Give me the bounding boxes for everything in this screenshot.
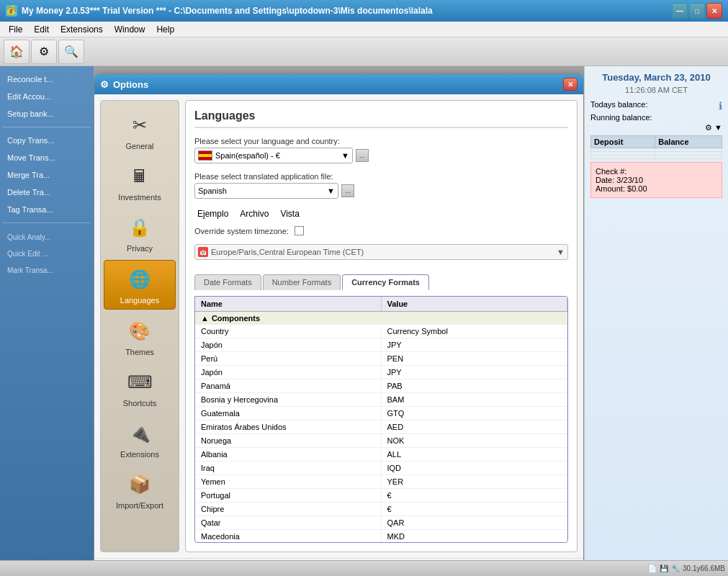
table-header-value: Value bbox=[382, 297, 568, 311]
language-select[interactable]: Spain(español) - € ▼ bbox=[194, 148, 353, 163]
table-row[interactable]: Panamá PAB bbox=[195, 379, 567, 393]
group-label: Components bbox=[212, 314, 260, 323]
minimize-button[interactable]: — bbox=[672, 3, 688, 19]
timezone-checkbox[interactable] bbox=[295, 226, 304, 235]
sidebar-item-setup-bank[interactable]: Setup bank... bbox=[3, 107, 91, 121]
dialog-overlay: ⚙ Options ✕ ✂ General 🖩 Investmen bbox=[94, 66, 584, 576]
menu-ejemplo[interactable]: Ejemplo bbox=[197, 209, 228, 219]
table-row[interactable]: Guatemala GTQ bbox=[195, 407, 567, 420]
cell-value: Currency Symbol bbox=[382, 325, 568, 338]
sidebar-item-copy-trans[interactable]: Copy Trans... bbox=[3, 133, 91, 148]
table-row[interactable]: Emiratos Árabes Unidos AED bbox=[195, 420, 567, 434]
sidebar-item-delete-trans[interactable]: Delete Tra... bbox=[3, 185, 91, 199]
table-row[interactable]: Portugal € bbox=[195, 489, 567, 503]
sidebar-section-mark-trans[interactable]: Mark Transa... bbox=[3, 265, 91, 276]
close-button[interactable]: ✕ bbox=[706, 3, 722, 19]
window-controls: — □ ✕ bbox=[672, 3, 722, 19]
info-icon[interactable]: ℹ bbox=[719, 100, 722, 112]
table-row[interactable]: Albania ALL bbox=[195, 448, 567, 462]
cell-name: Qatar bbox=[195, 516, 382, 529]
extensions-icon: 🔌 bbox=[125, 419, 154, 448]
file-browse-btn[interactable]: … bbox=[341, 184, 354, 197]
status-icon-3[interactable]: 🔧 bbox=[671, 564, 680, 572]
table-row[interactable]: Chipre € bbox=[195, 503, 567, 516]
toolbar-btn-2[interactable]: ⚙ bbox=[31, 40, 57, 64]
options-dialog: ⚙ Options ✕ ✂ General 🖩 Investmen bbox=[94, 73, 584, 576]
sidebar-item-tag-trans[interactable]: Tag Transa... bbox=[3, 202, 91, 217]
sidebar-item-reconcile[interactable]: Reconcile t... bbox=[3, 72, 91, 86]
window-title: My Money 2.0.53*** Trial Version *** - C… bbox=[22, 6, 672, 16]
status-size: 30.1y66.6MB bbox=[683, 564, 725, 572]
cell-value: BAM bbox=[382, 393, 568, 406]
nav-item-general[interactable]: ✂ General bbox=[104, 107, 176, 155]
menu-extensions[interactable]: Extensions bbox=[55, 23, 109, 36]
col-balance: Balance bbox=[655, 136, 722, 148]
language-prompt: Please select your language and country: bbox=[194, 137, 568, 145]
nav-item-shortcuts[interactable]: ⌨ Shortcuts bbox=[104, 364, 176, 412]
cell-value: QAR bbox=[382, 516, 568, 529]
cell-value: YER bbox=[382, 475, 568, 488]
table-row[interactable]: Yemen YER bbox=[195, 475, 567, 489]
nav-item-themes[interactable]: 🎨 Themes bbox=[104, 312, 176, 361]
dialog-titlebar: ⚙ Options ✕ bbox=[94, 74, 583, 94]
content-area: ⚙ Options ✕ ✂ General 🖩 Investmen bbox=[94, 66, 584, 576]
table-row[interactable]: Perú PEN bbox=[195, 352, 567, 366]
sidebar-item-merge-trans[interactable]: Merge Tra... bbox=[3, 168, 91, 182]
nav-item-importexport[interactable]: 📦 Import/Export bbox=[104, 466, 176, 514]
menu-vista[interactable]: Vista bbox=[280, 209, 299, 219]
language-browse-btn[interactable]: … bbox=[356, 149, 369, 162]
sidebar-item-move-trans[interactable]: Move Trans... bbox=[3, 150, 91, 165]
nav-item-extensions[interactable]: 🔌 Extensions bbox=[104, 415, 176, 463]
nav-label-investments: Investments bbox=[118, 193, 161, 202]
table-row[interactable]: Iraq IQD bbox=[195, 462, 567, 475]
format-tabs: Date Formats Number Formats Currency For… bbox=[194, 274, 568, 290]
language-value: Spain(español) - € bbox=[215, 151, 280, 160]
table-row[interactable]: Japón JPY bbox=[195, 366, 567, 379]
toolbar-btn-1[interactable]: 🏠 bbox=[4, 40, 30, 64]
table-row[interactable]: Macedonia MKD bbox=[195, 530, 567, 542]
tab-number-formats[interactable]: Number Formats bbox=[263, 274, 341, 290]
status-icon-2[interactable]: 💾 bbox=[660, 564, 668, 572]
status-icon-1[interactable]: 📄 bbox=[648, 564, 657, 572]
investments-icon: 🖩 bbox=[125, 162, 154, 191]
table-scroll[interactable]: ▲ Components Country Currency Symbol Jap… bbox=[195, 312, 567, 542]
cell-name: Japón bbox=[195, 338, 382, 351]
timezone-select[interactable]: 📅 Europe/Paris,Central European Time (CE… bbox=[194, 244, 568, 260]
sidebar-section-quick-analyze[interactable]: Quick Analy... bbox=[3, 232, 91, 243]
toolbar-btn-3[interactable]: 🔍 bbox=[58, 40, 84, 64]
table-row[interactable]: Bosnia y Hercegovina BAM bbox=[195, 393, 567, 407]
menu-file[interactable]: File bbox=[3, 23, 28, 36]
table-row[interactable]: Country Currency Symbol bbox=[195, 325, 567, 338]
timezone-row: Override system timezone: bbox=[194, 226, 568, 235]
running-balance-label: Running balance: bbox=[590, 113, 652, 122]
timezone-dropdown-arrow: ▼ bbox=[557, 248, 565, 256]
sidebar-divider-2 bbox=[3, 222, 91, 223]
sidebar-section-quick-edit[interactable]: Quick Edit ... bbox=[3, 248, 91, 259]
menu-edit[interactable]: Edit bbox=[28, 23, 55, 36]
nav-item-languages[interactable]: 🌐 Languages bbox=[104, 260, 176, 310]
languages-icon: 🌐 bbox=[125, 265, 154, 294]
sidebar-item-edit-account[interactable]: Edit Accou... bbox=[3, 89, 91, 104]
table-row[interactable]: Qatar QAR bbox=[195, 516, 567, 530]
menu-help[interactable]: Help bbox=[150, 23, 180, 36]
menu-archivo[interactable]: Archivo bbox=[240, 209, 269, 219]
menu-bar: File Edit Extensions Window Help bbox=[0, 22, 728, 37]
tab-currency-formats[interactable]: Currency Formats bbox=[342, 274, 429, 290]
table-row[interactable]: Noruega NOK bbox=[195, 434, 567, 448]
file-select[interactable]: Spanish ▼ bbox=[194, 183, 338, 199]
file-form-row: Please select translated application fil… bbox=[194, 172, 568, 199]
table-row[interactable]: Japón JPY bbox=[195, 338, 567, 352]
table-rows: Country Currency Symbol Japón JPY Perú P… bbox=[195, 325, 567, 542]
settings-gear[interactable]: ⚙ ▼ bbox=[590, 123, 722, 132]
nav-label-importexport: Import/Export bbox=[116, 501, 163, 510]
tab-date-formats[interactable]: Date Formats bbox=[194, 274, 261, 290]
check-label: Check #: bbox=[596, 167, 717, 176]
maximize-button[interactable]: □ bbox=[689, 3, 705, 19]
dialog-close-button[interactable]: ✕ bbox=[563, 78, 578, 91]
nav-label-privacy: Privacy bbox=[127, 244, 153, 253]
nav-item-investments[interactable]: 🖩 Investments bbox=[104, 158, 176, 206]
menu-window[interactable]: Window bbox=[109, 23, 151, 36]
main-area: Reconcile t... Edit Accou... Setup bank.… bbox=[0, 66, 728, 576]
nav-item-privacy[interactable]: 🔒 Privacy bbox=[104, 209, 176, 257]
importexport-icon: 📦 bbox=[125, 470, 154, 499]
